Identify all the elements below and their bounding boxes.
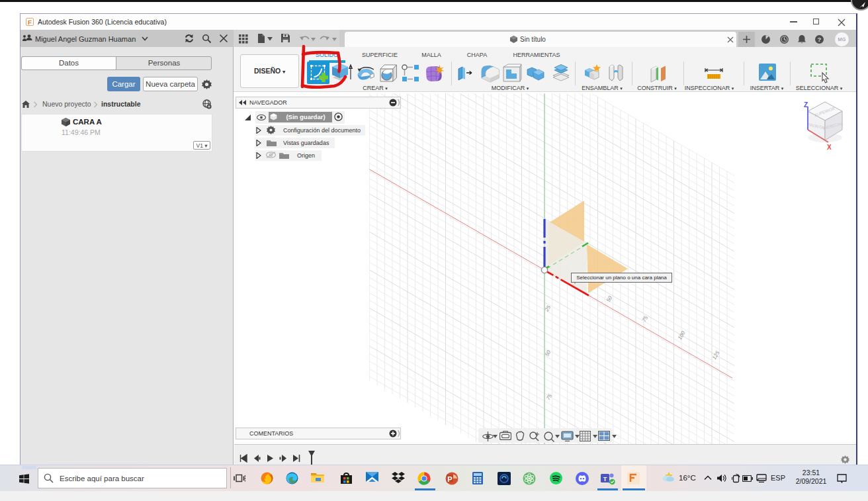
svg-text:X: X — [827, 144, 832, 151]
svg-text:Z: Z — [804, 101, 808, 109]
svg-text:50: 50 — [544, 349, 552, 357]
svg-text:T: T — [603, 476, 607, 482]
svg-text:?: ? — [818, 36, 822, 43]
svg-text:50: 50 — [605, 295, 614, 303]
svg-text:P: P — [447, 475, 452, 483]
svg-text:100: 100 — [677, 330, 687, 341]
